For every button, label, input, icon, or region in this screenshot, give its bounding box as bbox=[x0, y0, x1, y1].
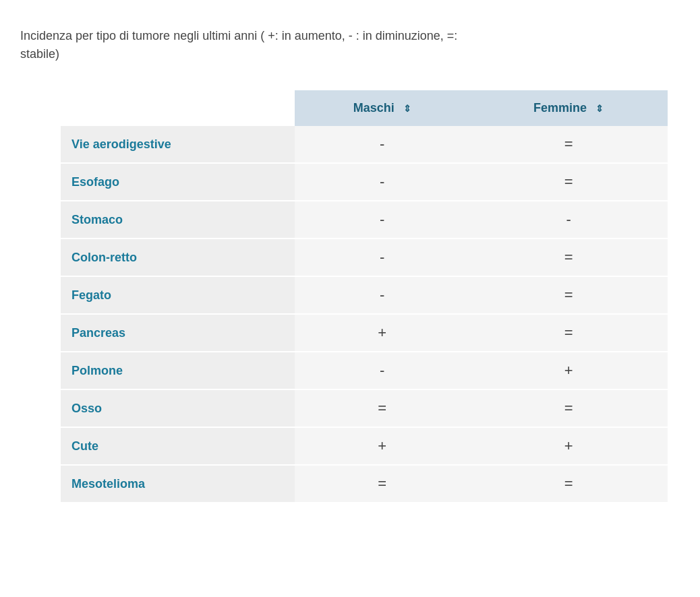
femmine-value: + bbox=[469, 352, 668, 389]
maschi-value: - bbox=[295, 126, 469, 163]
femmine-label: Femmine bbox=[533, 101, 587, 115]
row-label: Cute bbox=[61, 427, 295, 465]
table-row: Osso== bbox=[61, 389, 668, 427]
maschi-value: - bbox=[295, 163, 469, 201]
table-row: Mesotelioma== bbox=[61, 465, 668, 503]
row-label: Stomaco bbox=[61, 201, 295, 239]
maschi-value: - bbox=[295, 201, 469, 239]
femmine-value: = bbox=[469, 126, 668, 163]
femmine-value: = bbox=[469, 314, 668, 352]
femmine-value: = bbox=[469, 276, 668, 314]
femmine-column-header[interactable]: Femmine ⇕ bbox=[469, 90, 668, 126]
data-table-wrapper: Maschi ⇕ Femmine ⇕ Vie aerodigestive-=Es… bbox=[61, 90, 668, 503]
maschi-value: + bbox=[295, 427, 469, 465]
maschi-label: Maschi bbox=[353, 101, 395, 115]
maschi-value: - bbox=[295, 352, 469, 389]
maschi-value: - bbox=[295, 239, 469, 276]
row-label: Fegato bbox=[61, 276, 295, 314]
femmine-value: = bbox=[469, 465, 668, 503]
maschi-value: = bbox=[295, 389, 469, 427]
table-header-row: Maschi ⇕ Femmine ⇕ bbox=[61, 90, 668, 126]
table-row: Cute++ bbox=[61, 427, 668, 465]
table-row: Polmone-+ bbox=[61, 352, 668, 389]
table-row: Colon-retto-= bbox=[61, 239, 668, 276]
maschi-value: + bbox=[295, 314, 469, 352]
table-body: Vie aerodigestive-=Esofago-=Stomaco--Col… bbox=[61, 126, 668, 503]
row-label: Vie aerodigestive bbox=[61, 126, 295, 163]
maschi-column-header[interactable]: Maschi ⇕ bbox=[295, 90, 469, 126]
incidence-table: Maschi ⇕ Femmine ⇕ Vie aerodigestive-=Es… bbox=[61, 90, 668, 503]
row-label: Polmone bbox=[61, 352, 295, 389]
femmine-value: + bbox=[469, 427, 668, 465]
femmine-value: = bbox=[469, 163, 668, 201]
label-column-header bbox=[61, 90, 295, 126]
table-row: Fegato-= bbox=[61, 276, 668, 314]
maschi-value: - bbox=[295, 276, 469, 314]
table-row: Stomaco-- bbox=[61, 201, 668, 239]
row-label: Pancreas bbox=[61, 314, 295, 352]
femmine-value: = bbox=[469, 239, 668, 276]
table-row: Esofago-= bbox=[61, 163, 668, 201]
table-row: Pancreas+= bbox=[61, 314, 668, 352]
maschi-value: = bbox=[295, 465, 469, 503]
page-title: Incidenza per tipo di tumore negli ultim… bbox=[20, 27, 492, 63]
table-row: Vie aerodigestive-= bbox=[61, 126, 668, 163]
maschi-sort-icon[interactable]: ⇕ bbox=[403, 103, 411, 114]
femmine-value: = bbox=[469, 389, 668, 427]
femmine-sort-icon[interactable]: ⇕ bbox=[595, 103, 604, 114]
row-label: Colon-retto bbox=[61, 239, 295, 276]
row-label: Osso bbox=[61, 389, 295, 427]
row-label: Esofago bbox=[61, 163, 295, 201]
row-label: Mesotelioma bbox=[61, 465, 295, 503]
femmine-value: - bbox=[469, 201, 668, 239]
